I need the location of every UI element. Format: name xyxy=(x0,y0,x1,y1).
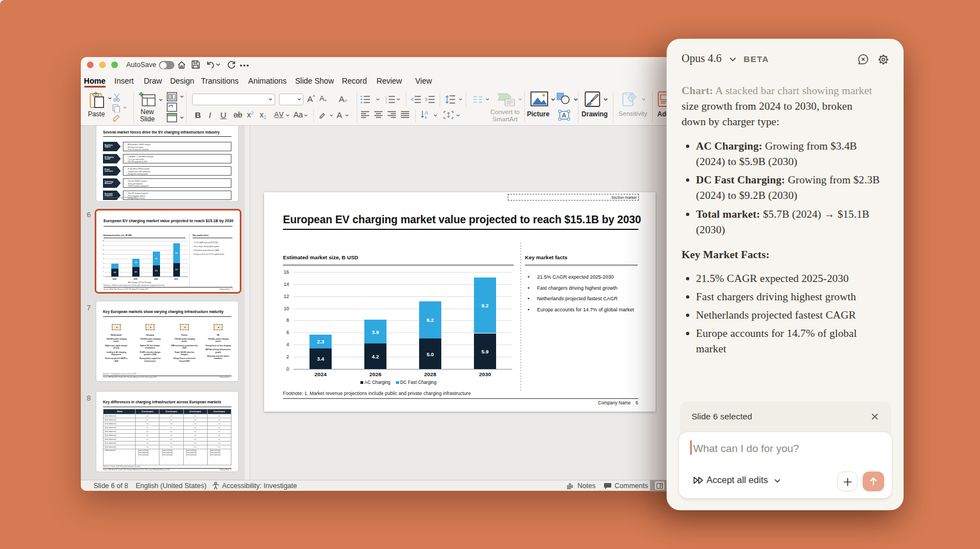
svg-text:3: 3 xyxy=(385,101,387,104)
svg-text:A: A xyxy=(425,110,428,116)
svg-text:A: A xyxy=(562,112,566,119)
